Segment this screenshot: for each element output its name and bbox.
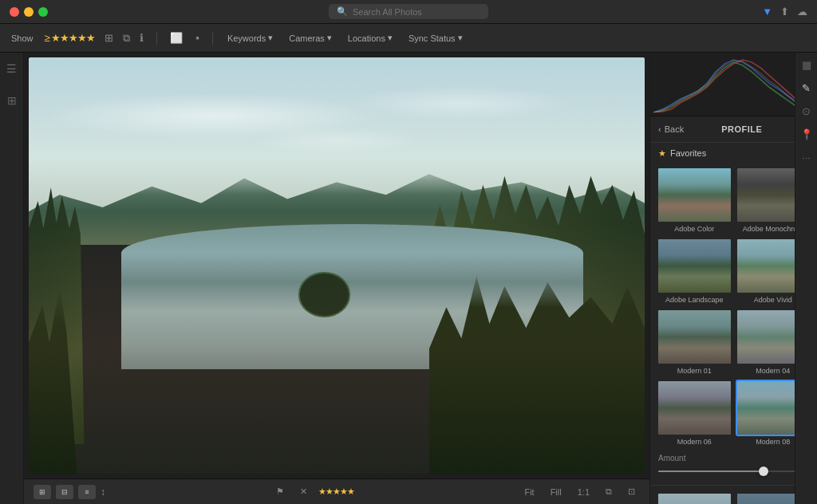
bottom-zoom: Fit Fill 1:1 ⧉ ⊡	[519, 484, 640, 499]
view-icons: ⊞ ⧉ ℹ	[101, 30, 147, 46]
profile-item-5[interactable]: Modern 01	[657, 309, 732, 376]
bottom-toolbar: ⊞ ⊟ ≡ ↕ ⚑ ✕ ★★★★★ Fit Fill 1:1 ⧉ ⊡	[24, 478, 649, 504]
fill-btn[interactable]: Fill	[546, 485, 566, 499]
more-tools-icon[interactable]: ···	[802, 152, 811, 163]
amount-label: Amount	[658, 454, 791, 463]
filter-icon[interactable]: ▼	[762, 6, 772, 18]
slider-fill	[658, 471, 764, 472]
divider2	[212, 32, 213, 45]
right-tools: ▦ ✎ ⊙ 📍 ···	[795, 53, 817, 504]
color-overlay	[29, 57, 645, 474]
grid-view-icon[interactable]: ⊞	[101, 30, 116, 45]
show-button[interactable]: Show	[6, 31, 38, 45]
favorites-header: ★ Favorites ▾	[650, 143, 817, 163]
panel-title: PROFILE	[721, 124, 762, 134]
bottom-flag-actions: ⚑ ✕ ★★★★★	[271, 484, 354, 499]
reject-btn[interactable]: ✕	[295, 484, 312, 499]
compare-layout-btn[interactable]: ⧉	[601, 484, 617, 499]
amount-row: Amount 128	[650, 451, 817, 466]
profile-label-3: Adobe Landscape	[657, 294, 732, 305]
rating-filter[interactable]: ≥ ★★★★★	[45, 32, 96, 44]
right-panel: ‹ Back PROFILE ··· ★ Favorites ▾ Adobe C…	[649, 53, 817, 504]
profile-grid: Adobe ColorAdobe Monochro...Adobe Landsc…	[650, 163, 817, 451]
profile-label-7: Modern 06	[657, 436, 732, 447]
favorites-title: ★ Favorites	[658, 148, 706, 159]
location-tool-icon[interactable]: 📍	[800, 128, 813, 140]
profile-thumb-1	[657, 167, 732, 223]
profile-item-9[interactable]: Modern 10	[657, 492, 732, 505]
locations-filter[interactable]: Locations ▾	[343, 30, 397, 45]
amount-slider-container	[650, 471, 817, 482]
profile-thumb-img-1	[658, 168, 731, 222]
main-layout: ☰ ⊞	[0, 53, 817, 504]
close-button[interactable]	[10, 7, 19, 17]
search-bar[interactable]: 🔍	[329, 4, 488, 19]
edit-tool-icon[interactable]: ✎	[802, 82, 811, 94]
profile-thumb-img-9	[658, 494, 731, 505]
cloud-icon[interactable]: ☁	[797, 6, 807, 18]
slider-thumb[interactable]	[759, 467, 768, 476]
window-controls	[10, 7, 48, 17]
info-icon[interactable]: ℹ	[136, 30, 147, 45]
photo-viewer[interactable]	[29, 57, 645, 474]
center-area: ⊞ ⊟ ≡ ↕ ⚑ ✕ ★★★★★ Fit Fill 1:1 ⧉ ⊡	[24, 53, 649, 504]
grid-med-btn[interactable]: ⊟	[56, 485, 73, 499]
crop-icon[interactable]: ⬜	[167, 30, 186, 45]
profile-panel: ‹ Back PROFILE ··· ★ Favorites ▾ Adobe C…	[650, 116, 817, 504]
section-divider	[650, 485, 817, 486]
divider	[156, 32, 157, 45]
profile-item-1[interactable]: Adobe Color	[657, 167, 732, 234]
sort-icon[interactable]: ↕	[101, 486, 105, 498]
back-chevron-icon: ‹	[658, 124, 661, 134]
rating-stars[interactable]: ★★★★★	[318, 486, 354, 497]
filmstrip-btn[interactable]: ⊡	[623, 484, 640, 499]
profile-thumb-9	[657, 492, 732, 505]
titlebar: 🔍 ▼ ⬆ ☁	[0, 0, 817, 24]
sidebar-menu-icon[interactable]: ☰	[3, 59, 20, 78]
sync-status-filter[interactable]: Sync Status ▾	[404, 30, 468, 45]
minimize-button[interactable]	[24, 7, 34, 17]
aspect-icon[interactable]: ▪	[192, 30, 203, 45]
share-icon[interactable]: ⬆	[780, 6, 789, 18]
back-button[interactable]: ‹ Back	[658, 124, 684, 134]
keywords-filter[interactable]: Keywords ▾	[223, 30, 278, 45]
grid-small-btn[interactable]: ⊞	[34, 485, 51, 499]
titlebar-actions: ▼ ⬆ ☁	[762, 6, 807, 18]
cameras-filter[interactable]: Cameras ▾	[284, 30, 337, 45]
favorites-star-icon: ★	[658, 148, 666, 159]
maximize-button[interactable]	[38, 7, 48, 17]
slider-track	[658, 471, 809, 472]
bottom-view-buttons: ⊞ ⊟ ≡ ↕	[34, 485, 105, 499]
detail-tool-icon[interactable]: ⊙	[802, 105, 811, 117]
more-profiles: Modern 10Vintage 06	[650, 489, 817, 505]
histogram-chart	[653, 56, 814, 112]
profile-thumb-5	[657, 309, 732, 365]
list-btn[interactable]: ≡	[78, 485, 96, 499]
histogram-tool-icon[interactable]: ▦	[802, 59, 811, 71]
profile-label-1: Adobe Color	[657, 223, 732, 234]
flag-btn[interactable]: ⚑	[271, 484, 289, 499]
profile-thumb-3	[657, 238, 732, 294]
filter-bar: Show ≥ ★★★★★ ⊞ ⧉ ℹ ⬜ ▪ Keywords ▾ Camera…	[0, 24, 817, 53]
compare-icon[interactable]: ⧉	[120, 30, 133, 46]
main-photo	[29, 57, 645, 474]
profile-label-5: Modern 01	[657, 365, 732, 376]
1x1-btn[interactable]: 1:1	[573, 485, 594, 499]
left-sidebar: ☰ ⊞	[0, 53, 24, 504]
panel-header: ‹ Back PROFILE ···	[650, 116, 817, 143]
profile-thumb-img-7	[658, 381, 731, 435]
profile-item-3[interactable]: Adobe Landscape	[657, 238, 732, 305]
profile-thumb-7	[657, 380, 732, 436]
search-input[interactable]	[353, 7, 472, 17]
sidebar-collections-icon[interactable]: ⊞	[4, 91, 20, 110]
histogram-area	[650, 53, 817, 116]
profile-thumb-img-5	[658, 310, 731, 364]
fit-btn[interactable]: Fit	[519, 485, 539, 499]
profile-item-7[interactable]: Modern 06	[657, 380, 732, 447]
search-icon: 🔍	[337, 6, 348, 17]
profile-thumb-img-3	[658, 239, 731, 293]
